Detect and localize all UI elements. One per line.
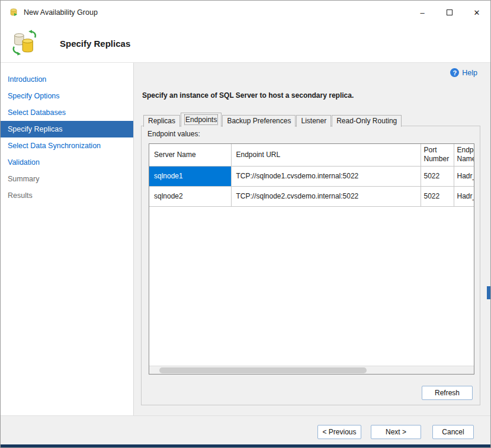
cell-endpoint-url[interactable]: TCP://sqlnode2.cvsdemo.internal:5022 [231, 186, 421, 206]
cell-endpoint-name[interactable]: Hadr_endpoint [454, 186, 474, 206]
grid-header-row: Server Name Endpoint URL Port Number End… [149, 144, 474, 166]
horizontal-scrollbar[interactable] [149, 366, 474, 374]
endpoint-values-label: Endpoint values: [147, 130, 200, 138]
tab-read-only-routing[interactable]: Read-Only Routing [332, 115, 402, 127]
cell-server-name[interactable]: sqlnode2 [149, 186, 231, 206]
scrollbar-thumb[interactable] [159, 367, 367, 373]
sidebar-item-specify-options[interactable]: Specify Options [1, 88, 133, 104]
table-row-sqlnode1[interactable]: sqlnode1 TCP://sqlnode1.cvsdemo.internal… [149, 166, 474, 186]
endpoints-grid: Server Name Endpoint URL Port Number End… [149, 143, 474, 375]
sidebar-item-select-databases[interactable]: Select Databases [1, 104, 133, 121]
tab-listener[interactable]: Listener [296, 115, 331, 127]
footer-bar: < Previous Next > Cancel [1, 415, 490, 448]
close-button[interactable]: ✕ [463, 1, 490, 24]
close-icon: ✕ [474, 8, 480, 17]
cell-server-name[interactable]: sqlnode1 [149, 166, 231, 186]
wizard-steps-sidebar: Introduction Specify Options Select Data… [1, 63, 134, 415]
window-title: New Availability Group [24, 8, 98, 17]
table-row-sqlnode2[interactable]: sqlnode2 TCP://sqlnode2.cvsdemo.internal… [149, 186, 474, 206]
cell-port-number[interactable]: 5022 [421, 166, 454, 186]
wizard-header: Specify Replicas [1, 24, 490, 63]
previous-button[interactable]: < Previous [317, 425, 361, 439]
column-header-server-name[interactable]: Server Name [149, 144, 231, 166]
refresh-button[interactable]: Refresh [422, 386, 473, 400]
tab-backup-preferences[interactable]: Backup Preferences [222, 115, 296, 127]
cell-endpoint-name[interactable]: Hadr_endpoint [454, 166, 474, 186]
column-header-port-number[interactable]: Port Number [421, 144, 454, 166]
sidebar-item-select-data-sync[interactable]: Select Data Synchronization [1, 137, 133, 154]
tab-endpoints[interactable]: Endpoints [181, 113, 222, 127]
sidebar-item-results: Results [1, 187, 133, 204]
column-header-endpoint-name[interactable]: Endpoint Name [454, 144, 474, 166]
sidebar-item-introduction[interactable]: Introduction [1, 71, 133, 88]
maximize-icon [447, 9, 453, 15]
minimize-button[interactable]: – [409, 1, 436, 24]
window-edge-accent [487, 286, 490, 299]
sidebar-item-summary: Summary [1, 171, 133, 187]
instruction-text: Specify an instance of SQL Server to hos… [142, 91, 354, 100]
endpoints-tab-page: Endpoint values: Server Name Endpoint UR… [141, 126, 480, 405]
title-bar: New Availability Group – ✕ [1, 1, 490, 24]
column-header-endpoint-url[interactable]: Endpoint URL [231, 144, 421, 166]
page-title: Specify Replicas [60, 39, 130, 49]
app-icon [9, 8, 18, 17]
availability-group-icon [10, 30, 37, 57]
cancel-button[interactable]: Cancel [432, 425, 474, 439]
new-availability-group-window: New Availability Group – ✕ Specify Repli… [0, 0, 491, 448]
sidebar-item-validation[interactable]: Validation [1, 154, 133, 171]
next-button[interactable]: Next > [371, 425, 421, 439]
help-label: Help [462, 69, 477, 77]
tab-replicas[interactable]: Replicas [143, 115, 180, 127]
help-icon: ? [450, 68, 459, 77]
cell-endpoint-url[interactable]: TCP://sqlnode1.cvsdemo.internal:5022 [231, 166, 421, 186]
minimize-icon: – [420, 8, 424, 17]
main-content: ? Help Specify an instance of SQL Server… [134, 63, 490, 415]
maximize-button[interactable] [436, 1, 463, 24]
help-link[interactable]: ? Help [450, 68, 477, 77]
cell-port-number[interactable]: 5022 [421, 186, 454, 206]
window-bottom-border [1, 444, 490, 447]
tab-strip: Replicas Endpoints Backup Preferences Li… [143, 113, 402, 127]
sidebar-item-specify-replicas[interactable]: Specify Replicas [1, 121, 133, 137]
